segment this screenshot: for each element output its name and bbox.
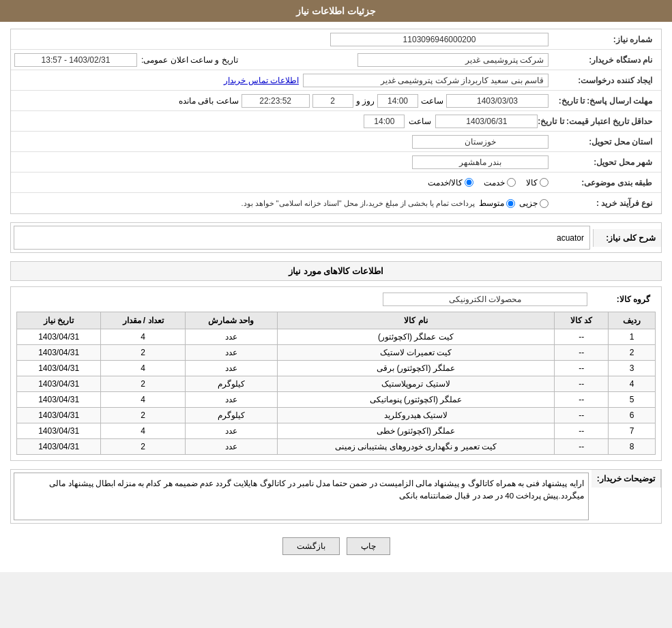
ostan-row: استان محل تحویل:	[11, 132, 661, 152]
ostan-input[interactable]	[412, 135, 549, 149]
tarifebandi-kala-radio[interactable]	[540, 178, 549, 187]
hadaq-label: حداقل تاریخ اعتبار قیمت: تا تاریخ:	[538, 117, 658, 126]
mohlat-roz-label: روز و	[356, 96, 375, 106]
tarikh-elan-group: تاریخ و ساعت اعلان عمومی:	[14, 53, 238, 67]
cell-radif: 7	[609, 423, 656, 439]
cell-nam-kala: لاستیک هیدروکلرید	[277, 408, 555, 423]
tarifebandi-kalakhedmat-label[interactable]: کالا/خدمت	[428, 178, 473, 188]
hadaq-row: حداقل تاریخ اعتبار قیمت: تا تاریخ: ساعت	[11, 111, 661, 132]
cell-nam-kala: کیت تعمیرات لاستیک	[277, 345, 555, 361]
cell-tedad: 2	[101, 439, 185, 455]
kalahai-section-title: اطلاعات کالاهای مورد نیاز	[10, 261, 662, 281]
tarifebandi-khedmat-label[interactable]: خدمت	[484, 178, 516, 188]
mohlat-remaining-input[interactable]	[242, 94, 310, 108]
ostan-label: استان محل تحویل:	[549, 137, 658, 147]
table-row: 8 -- کیت تعمیر و نگهداری خودروهای پشتیبا…	[17, 439, 656, 455]
cell-kod-kala: --	[555, 345, 609, 361]
cell-tedad: 4	[101, 361, 185, 376]
mohlat-date-input[interactable]	[446, 94, 549, 108]
hadaq-value-cell: ساعت	[14, 115, 538, 128]
bazgasht-button[interactable]: بازگشت	[282, 537, 340, 555]
hadaq-saat-input[interactable]	[364, 115, 405, 128]
group-kala-input[interactable]	[383, 293, 587, 306]
tarifebandi-khedmat-radio[interactable]	[507, 178, 516, 187]
ijad-konande-input[interactable]	[303, 74, 549, 87]
shahr-row: شهر محل تحویل:	[11, 152, 661, 173]
nam-dastgah-row: نام دستگاه خریدار: تاریخ و ساعت اعلان عم…	[11, 50, 661, 70]
tarifebandi-kalakhedmat-text: کالا/خدمت	[428, 178, 463, 188]
noe-farayand-row: نوع فرآیند خرید : جزیی متوسط پرداخت تمام…	[11, 193, 661, 213]
ijad-konande-value-cell: اطلاعات تماس خریدار	[14, 74, 549, 87]
goods-section: گروه کالا: ردیف کد کالا نام کالا واحد شم…	[10, 286, 662, 461]
tarifebandi-row: طبقه بندی موضوعی: کالا خدمت کالا/خدمت	[11, 173, 661, 193]
cell-radif: 5	[609, 392, 656, 408]
hadaq-date-input[interactable]	[435, 115, 538, 128]
chap-button[interactable]: چاپ	[347, 537, 390, 555]
tarifebandi-value-cell: کالا خدمت کالا/خدمت	[14, 178, 549, 188]
sharh-koli-section: شرح کلی نیاز:	[10, 222, 662, 253]
mohlat-saat-input[interactable]	[377, 94, 418, 108]
cell-vahad: کیلوگرم	[185, 376, 277, 392]
sharh-koli-input-wrapper	[11, 223, 593, 252]
shahr-input[interactable]	[412, 155, 549, 169]
col-nam-kala: نام کالا	[277, 312, 555, 329]
noe-farayand-motavasset-radio[interactable]	[506, 199, 515, 208]
cell-radif: 1	[609, 329, 656, 345]
cell-radif: 8	[609, 439, 656, 455]
main-content: شماره نیاز: نام دستگاه خریدار: تاریخ و س…	[0, 22, 672, 572]
ijad-konande-row: ایجاد کننده درخواست: اطلاعات تماس خریدار	[11, 70, 661, 91]
cell-nam-kala: کیت عملگر (اکچوئتور)	[277, 329, 555, 345]
tarifebandi-kalakhedmat-radio[interactable]	[465, 178, 473, 187]
col-vahad: واحد شمارش	[185, 312, 277, 329]
noe-farayand-jazzi-radio[interactable]	[540, 199, 549, 208]
mohlat-value-cell: ساعت روز و ساعت باقی مانده	[14, 94, 549, 108]
mohlat-label: مهلت ارسال پاسخ: تا تاریخ:	[549, 96, 658, 106]
header-title: جزئیات اطلاعات نیاز	[296, 5, 376, 16]
cell-vahad: عدد	[185, 392, 277, 408]
noe-farayand-jazzi-text: جزیی	[519, 198, 538, 208]
notes-label: توضیحات خریدار:	[591, 470, 661, 488]
noe-farayand-motavasset-label[interactable]: متوسط	[479, 198, 515, 208]
cell-vahad: عدد	[185, 361, 277, 376]
noe-farayand-jazzi-label[interactable]: جزیی	[519, 198, 549, 208]
notes-content: ارایه پیشنهاد فنی به همراه کاتالوگ و پیش…	[14, 473, 589, 520]
sharh-koli-label: شرح کلی نیاز:	[593, 229, 661, 247]
shahr-value-cell	[14, 155, 549, 169]
noe-farayand-label: نوع فرآیند خرید :	[549, 198, 658, 208]
cell-kod-kala: --	[555, 329, 609, 345]
page-header: جزئیات اطلاعات نیاز	[0, 0, 672, 22]
shomare-niaz-value-cell	[14, 33, 549, 46]
cell-tedad: 4	[101, 392, 185, 408]
sharh-koli-input[interactable]	[14, 226, 590, 250]
shahr-label: شهر محل تحویل:	[549, 158, 658, 167]
noe-farayand-value-cell: جزیی متوسط پرداخت تمام یا بخشی از مبلغ خ…	[14, 198, 549, 208]
nam-dastgah-input[interactable]	[357, 53, 549, 67]
cell-tarikh: 1403/04/31	[17, 329, 101, 345]
tarifebandi-kala-label[interactable]: کالا	[526, 178, 549, 188]
tarifebandi-kala-text: کالا	[526, 178, 538, 188]
table-row: 4 -- لاستیک ترموپلاستیک کیلوگرم 2 1403/0…	[17, 376, 656, 392]
page-wrapper: جزئیات اطلاعات نیاز شماره نیاز: نام دستگ…	[0, 0, 672, 572]
tarikh-elan-input[interactable]	[14, 53, 137, 67]
col-tedad: تعداد / مقدار	[101, 312, 185, 329]
mohlat-roz-input[interactable]	[312, 94, 353, 108]
cell-radif: 6	[609, 408, 656, 423]
nam-dastgah-value-cell	[238, 53, 549, 67]
etelaate-tamas-link[interactable]: اطلاعات تماس خریدار	[224, 76, 299, 85]
info-section: شماره نیاز: نام دستگاه خریدار: تاریخ و س…	[10, 29, 662, 214]
cell-tedad: 2	[101, 408, 185, 423]
col-tarikh: تاریخ نیاز	[17, 312, 101, 329]
cell-vahad: عدد	[185, 439, 277, 455]
cell-nam-kala: عملگر (اکچوئتور) پنوماتیکی	[277, 392, 555, 408]
shomare-niaz-input[interactable]	[330, 33, 549, 46]
nam-dastgah-label: نام دستگاه خریدار:	[549, 55, 658, 65]
cell-tarikh: 1403/04/31	[17, 345, 101, 361]
button-row: چاپ بازگشت	[10, 530, 662, 565]
cell-radif: 4	[609, 376, 656, 392]
hadaq-saat-label: ساعت	[409, 117, 431, 126]
cell-kod-kala: --	[555, 439, 609, 455]
cell-nam-kala: عملگر (اکچوئتور) برقی	[277, 361, 555, 376]
shomare-niaz-row: شماره نیاز:	[11, 29, 661, 50]
cell-vahad: عدد	[185, 345, 277, 361]
col-kod-kala: کد کالا	[555, 312, 609, 329]
